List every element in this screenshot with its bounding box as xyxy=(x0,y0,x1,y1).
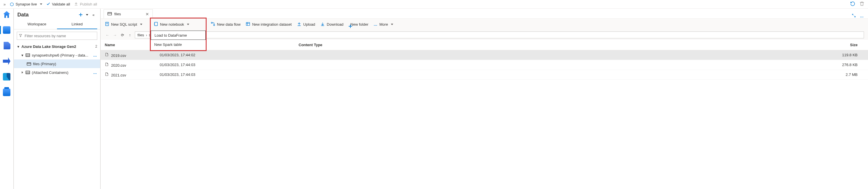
breadcrumb-path[interactable]: files › sa xyxy=(135,32,864,38)
new-notebook-button[interactable]: New notebook xyxy=(151,18,192,30)
hexagon-icon xyxy=(10,2,14,6)
more-actions-button[interactable]: … xyxy=(93,53,97,58)
container-icon xyxy=(107,11,112,16)
filter-resources[interactable] xyxy=(17,32,97,40)
new-integration-dataset-button[interactable]: New integration dataset xyxy=(246,22,292,27)
tree-root-label: Azure Data Lake Storage Gen2 xyxy=(22,44,93,49)
sql-icon xyxy=(105,22,110,27)
tab-workspace[interactable]: Workspace xyxy=(17,20,57,29)
container-icon xyxy=(27,62,31,66)
dropdown-new-spark-table[interactable]: New Spark table xyxy=(151,40,206,49)
rail-integrate[interactable] xyxy=(3,57,11,65)
rail-develop[interactable] xyxy=(3,42,11,50)
tree-storage-account[interactable]: ▾ synapsetruhpw6 (Primary - data... … xyxy=(14,51,100,60)
panel-menu-button[interactable] xyxy=(84,11,90,18)
tab-linked[interactable]: Linked xyxy=(57,20,97,29)
nav-refresh-button[interactable]: ⟳ xyxy=(120,33,125,37)
new-sql-script-button[interactable]: New SQL script xyxy=(105,22,142,27)
chevron-down-icon xyxy=(40,3,42,5)
pipeline-icon xyxy=(3,58,10,65)
collapse-panel-button[interactable]: « xyxy=(90,11,97,18)
svg-rect-17 xyxy=(155,22,157,26)
caret-down-icon: ▾ xyxy=(17,44,20,49)
file-row[interactable]: 2019.csv01/03/2023, 17:44:02119.8 KB xyxy=(101,50,868,60)
col-header-size[interactable]: Size xyxy=(400,43,864,47)
rail-data[interactable] xyxy=(3,26,11,34)
nav-forward-button[interactable]: → xyxy=(112,33,118,37)
new-data-flow-button[interactable]: New data flow xyxy=(211,22,241,27)
rail-monitor[interactable] xyxy=(3,73,11,81)
highlight-box: New notebook Load to DataFrame New Spark… xyxy=(150,17,207,51)
upload-button[interactable]: Upload xyxy=(297,22,315,27)
svg-point-22 xyxy=(214,25,215,26)
col-header-type[interactable]: Content Type xyxy=(299,43,400,47)
editor-tab-files[interactable]: files ✕ xyxy=(103,9,153,18)
new-dataflow-label: New data flow xyxy=(217,22,241,27)
nav-up-button[interactable]: ↑ xyxy=(127,33,132,37)
new-sql-label: New SQL script xyxy=(111,22,137,27)
plus-icon xyxy=(79,13,83,16)
dataflow-icon xyxy=(211,22,215,27)
checkmark-icon xyxy=(46,2,50,7)
file-icon xyxy=(105,73,109,77)
workspace-mode-selector[interactable]: Synapse live xyxy=(10,2,42,6)
tree-root-adls[interactable]: ▾ Azure Data Lake Storage Gen2 2 xyxy=(14,42,100,51)
tree-container-files[interactable]: files (Primary) xyxy=(14,60,100,68)
gauge-icon xyxy=(3,73,10,80)
data-panel-header: Data « xyxy=(14,11,100,20)
refresh-button[interactable] xyxy=(850,1,855,7)
svg-rect-5 xyxy=(27,63,31,65)
publish-all-label: Publish all xyxy=(80,2,97,6)
svg-rect-23 xyxy=(246,23,250,26)
database-icon xyxy=(3,26,10,34)
rail-manage[interactable] xyxy=(3,88,11,97)
caret-right-icon xyxy=(21,71,24,74)
resource-tree: ▾ Azure Data Lake Storage Gen2 2 ▾ synap… xyxy=(14,42,100,77)
tab-more-button[interactable]: … xyxy=(860,14,864,18)
close-tab-button[interactable]: ✕ xyxy=(146,12,149,16)
file-table-header: Name Last Modified Content Type Size xyxy=(101,40,868,50)
chevron-down-icon xyxy=(391,24,393,25)
maximize-button[interactable] xyxy=(852,13,856,18)
notebook-icon xyxy=(154,22,158,27)
file-modified: 01/03/2023, 17:44:02 xyxy=(160,53,299,57)
tree-attached-label: (Attached Containers) xyxy=(32,70,91,75)
validate-all-button[interactable]: Validate all xyxy=(46,2,70,7)
filter-input[interactable] xyxy=(24,34,95,38)
upload-icon xyxy=(297,22,302,27)
top-toolbar: » Synapse live Validate all Publish all xyxy=(0,0,868,9)
download-icon xyxy=(320,22,325,27)
main-layout: Data « Workspace Linked ▾ Azure Data Lak… xyxy=(0,9,868,189)
caret-down-icon: ▾ xyxy=(21,53,24,58)
nav-back-button[interactable]: ← xyxy=(105,33,110,37)
more-actions-button[interactable]: … xyxy=(93,70,97,75)
add-resource-button[interactable] xyxy=(78,11,84,18)
file-row[interactable]: 2020.csv01/03/2023, 17:44:03276.8 KB xyxy=(101,60,868,70)
tree-container-label: files (Primary) xyxy=(33,62,97,66)
rail-home[interactable] xyxy=(3,10,11,18)
delete-button[interactable] xyxy=(859,1,865,7)
publish-all-button[interactable]: Publish all xyxy=(74,2,97,7)
svg-marker-0 xyxy=(10,3,13,6)
storage-icon xyxy=(26,53,30,58)
download-button[interactable]: Download xyxy=(320,22,343,27)
file-name: 2021.csv xyxy=(111,73,126,77)
dataset-icon xyxy=(246,22,250,27)
new-folder-button[interactable]: New folder xyxy=(349,22,368,27)
content-area: files ✕ … New SQL script xyxy=(101,9,868,189)
more-button[interactable]: … More xyxy=(374,22,393,27)
tree-account-label: synapsetruhpw6 (Primary - data... xyxy=(32,53,91,58)
breadcrumb-seg-1[interactable]: files xyxy=(137,33,144,37)
tree-attached-containers[interactable]: (Attached Containers) … xyxy=(14,68,100,77)
dropdown-load-dataframe[interactable]: Load to DataFrame xyxy=(151,31,206,40)
storage-icon xyxy=(26,70,30,75)
file-row[interactable]: 2021.csv01/03/2023, 17:44:032.7 MB xyxy=(101,70,868,80)
svg-marker-1 xyxy=(20,34,22,37)
chevron-down-icon xyxy=(86,14,88,15)
expand-rail-icon[interactable]: » xyxy=(3,2,6,7)
svg-line-12 xyxy=(852,14,854,15)
more-label: More xyxy=(379,22,388,27)
new-notebook-label: New notebook xyxy=(160,22,184,27)
document-icon xyxy=(3,42,10,49)
breadcrumb-row: ← → ⟳ ↑ files › sa xyxy=(101,30,868,40)
